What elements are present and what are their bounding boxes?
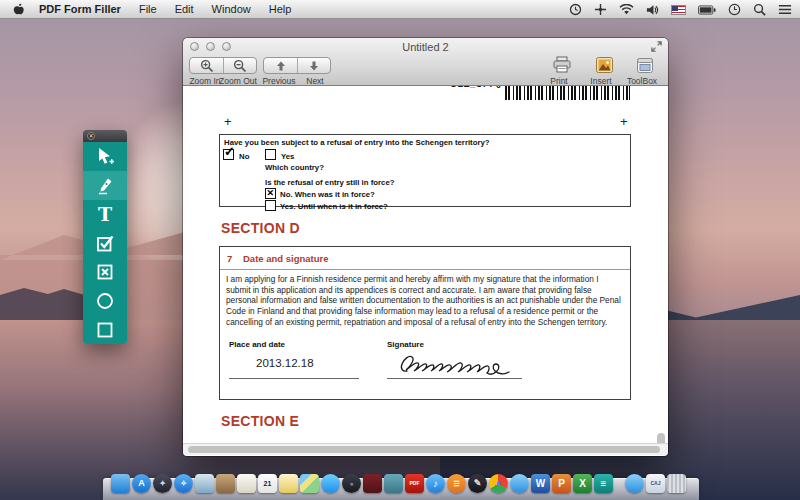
apple-icon	[12, 2, 25, 17]
q1-question: Have you been subject to a refusal of en…	[224, 138, 490, 147]
palette-close-icon[interactable]: ✕	[87, 132, 95, 140]
zoom-out-label: Zoom Out	[216, 76, 260, 86]
signature-pen-icon	[95, 175, 115, 195]
dock-item-preview[interactable]	[195, 474, 214, 493]
menu-app-name[interactable]: PDF Form Filler	[39, 3, 121, 15]
menu-window[interactable]: Window	[212, 3, 251, 15]
nav-segment	[263, 57, 331, 74]
dock-item-camera-app[interactable]	[384, 474, 403, 493]
menu-edit[interactable]: Edit	[175, 3, 194, 15]
q1-yes-checkbox[interactable]	[265, 149, 276, 160]
palette-titlebar[interactable]: ✕	[83, 130, 127, 142]
square-tool[interactable]	[83, 315, 127, 344]
pointer-add-tool[interactable]	[83, 142, 127, 171]
menu-help[interactable]: Help	[269, 3, 292, 15]
chrome-glyph: ●	[496, 479, 501, 488]
location-crosshair-icon[interactable]	[594, 3, 607, 16]
clock-icon[interactable]	[728, 3, 741, 16]
q1-no-checkbox[interactable]	[223, 149, 234, 160]
horizontal-scrollbar-thumb[interactable]	[188, 446, 660, 453]
apple-menu[interactable]	[12, 2, 25, 17]
volume-icon[interactable]	[646, 4, 659, 16]
fullscreen-icon[interactable]	[651, 41, 662, 52]
dock-item-red-media-app[interactable]	[363, 474, 382, 493]
dock-item-graphics-app[interactable]: ✎	[468, 474, 487, 493]
calendar-glyph: 21	[264, 480, 272, 487]
adobe-reader-glyph: PDF	[410, 481, 420, 486]
dock-item-book-app[interactable]	[237, 474, 256, 493]
dock-item-app-store[interactable]: A	[132, 474, 151, 493]
signature-image[interactable]	[393, 345, 521, 379]
word-glyph: W	[536, 479, 545, 489]
dock-item-chrome[interactable]: ●	[489, 474, 508, 493]
horizontal-scrollbar[interactable]	[183, 443, 668, 455]
spotlight-icon[interactable]	[753, 3, 766, 16]
dock-item-pdf-form-filler[interactable]: ≡	[594, 474, 613, 493]
menu-file[interactable]: File	[139, 3, 157, 15]
print-button[interactable]	[549, 55, 575, 75]
powerpoint-glyph: P	[558, 479, 565, 489]
dock-item-messages[interactable]	[321, 474, 340, 493]
dock-item-adobe-reader[interactable]: PDF	[405, 474, 424, 493]
vertical-scrollbar-thumb[interactable]	[657, 433, 665, 443]
dock-item-notes[interactable]	[279, 474, 298, 493]
toolbox-button[interactable]	[632, 55, 658, 75]
notification-center-icon[interactable]	[778, 4, 792, 15]
print-label: Print	[537, 76, 581, 86]
battery-icon[interactable]	[698, 5, 716, 15]
window-titlebar[interactable]: Untitled 2	[183, 38, 668, 54]
circle-tool[interactable]	[83, 286, 127, 315]
dock-item-finder[interactable]	[111, 474, 130, 493]
pointer-add-icon	[95, 146, 115, 166]
schengen-question-box: Have you been subject to a refusal of en…	[219, 134, 631, 207]
dock-item-powerpoint[interactable]: P	[552, 474, 571, 493]
dock-item-blue-ball-app[interactable]	[510, 474, 529, 493]
text-tool[interactable]: T	[83, 200, 127, 229]
next-icon	[308, 60, 320, 72]
checkbox-x-tool[interactable]	[83, 257, 127, 286]
toolbox-label: ToolBox	[620, 76, 664, 86]
dock-item-word[interactable]: W	[531, 474, 550, 493]
registration-mark-right: +	[620, 114, 628, 129]
circle-icon	[95, 291, 115, 311]
previous-button[interactable]	[264, 58, 297, 73]
next-button[interactable]	[297, 58, 330, 73]
safari-glyph: ✧	[180, 480, 187, 488]
dock-item-safari[interactable]: ✧	[174, 474, 193, 493]
dock-item-itunes[interactable]: ♪	[426, 474, 445, 493]
form-code: OLE_OPI	[450, 86, 493, 89]
q2-no-label: No. When was it in force?	[280, 190, 375, 199]
time-machine-icon[interactable]	[569, 3, 582, 16]
dock-item-trash[interactable]	[667, 474, 686, 493]
dock-item-launchpad[interactable]: ✦	[153, 474, 172, 493]
dock-item-blue-ball-app-2[interactable]	[625, 474, 644, 493]
next-label: Next	[293, 76, 337, 86]
excel-glyph: X	[579, 479, 586, 489]
q2-yes-label: Yes. Until when is it in force?	[280, 202, 388, 211]
wifi-icon[interactable]	[619, 4, 634, 16]
box7-title: Date and signature	[243, 253, 329, 264]
dock-item-excel[interactable]: X	[573, 474, 592, 493]
zoom-in-button[interactable]	[190, 58, 223, 73]
input-flag-icon[interactable]	[671, 5, 686, 15]
insert-image-button[interactable]	[591, 55, 617, 75]
which-country-label: Which country?	[265, 163, 324, 172]
checkbox-check-icon	[95, 233, 116, 253]
q2-yes-checkbox[interactable]	[265, 200, 276, 211]
dock-item-contacts[interactable]	[216, 474, 235, 493]
app-window: Untitled 2	[183, 38, 668, 456]
checkbox-check-tool[interactable]	[83, 229, 127, 258]
registration-mark-left: +	[224, 114, 232, 129]
square-icon	[95, 320, 115, 340]
dock-item-photos[interactable]	[300, 474, 319, 493]
signature-pen-tool[interactable]	[83, 171, 127, 200]
declaration-text: I am applying for a Finnish residence pe…	[226, 274, 625, 328]
place-date-value[interactable]: 2013.12.18	[256, 357, 314, 369]
q2-no-checkbox[interactable]	[265, 188, 276, 199]
dock-item-ibooks[interactable]: ☰	[447, 474, 466, 493]
photo-booth-glyph: ●	[349, 480, 353, 487]
dock-item-photo-booth[interactable]: ●	[342, 474, 361, 493]
dock-item-calendar[interactable]: 21	[258, 474, 277, 493]
zoom-out-button[interactable]	[223, 58, 256, 73]
dock-item-caj-viewer[interactable]: CAJ	[646, 474, 665, 493]
